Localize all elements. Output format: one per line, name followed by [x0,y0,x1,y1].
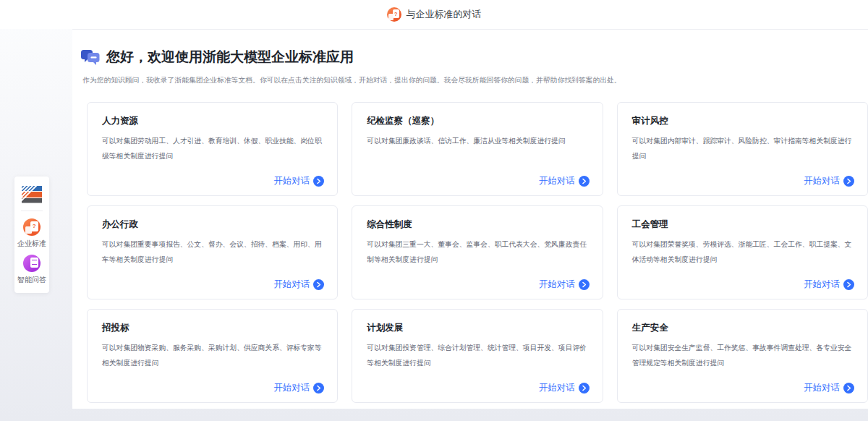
sidebar-item-enterprise-standard[interactable]: ? 企业标准 [17,218,46,249]
arrow-right-icon [579,279,590,290]
doc-front-shape: ? [393,9,399,17]
card-title: 招投标 [102,322,323,334]
smart-qa-icon [23,255,41,272]
arrow-right-icon [313,176,324,187]
card-description: 可以对集团内部审计、跟踪审计、风险防控、审计指南等相关制度进行提问 [632,133,853,163]
card-human-resources[interactable]: 人力资源 可以对集团劳动用工、人才引进、教育培训、休假、职业技能、岗位职级等相关… [87,102,338,196]
arrow-right-icon [313,279,324,290]
sidebar-divider [21,210,43,211]
card-title: 人力资源 [102,115,323,127]
arrow-right-icon [843,279,854,290]
arrow-right-icon [313,383,324,394]
arrow-right-icon [579,176,590,187]
start-chat-button[interactable]: 开始对话 [539,175,590,187]
arrow-right-icon [843,383,854,394]
card-title: 审计风控 [632,115,853,127]
start-chat-label: 开始对话 [539,175,575,187]
page-title: 与企业标准的对话 [407,8,482,21]
card-production-safety[interactable]: 生产安全 可以对集团安全生产监督、工作奖惩、事故事件调查处理、各专业安全管理规定… [617,309,868,403]
start-chat-button[interactable]: 开始对话 [804,278,854,291]
card-title: 办公行政 [102,218,323,231]
start-chat-label: 开始对话 [539,382,575,394]
start-chat-button[interactable]: 开始对话 [539,278,590,291]
start-chat-label: 开始对话 [273,175,310,187]
card-union-management[interactable]: 工会管理 可以对集团荣誉奖项、劳模评选、浙能工匠、工会工作、职工提案、文体活动等… [617,205,868,299]
card-description: 可以对集团三重一大、董事会、监事会、职工代表大会、党风廉政责任制等相关制度进行提… [367,237,587,267]
card-description: 可以对集团荣誉奖项、劳模评选、浙能工匠、工会工作、职工提案、文体活动等相关制度进… [632,237,853,267]
card-description: 可以对集团安全生产监督、工作奖惩、事故事件调查处理、各专业安全管理规定等相关制度… [632,340,853,370]
question-glyph: ? [33,224,36,229]
question-glyph: ? [394,12,397,17]
card-title: 计划发展 [367,322,587,334]
card-discipline-inspection[interactable]: 纪检监察（巡察） 可以对集团廉政谈话、信访工作、廉洁从业等相关制度进行提问 开始… [352,102,603,196]
welcome-subtitle: 作为您的知识顾问，我收录了浙能集团企业标准等文档。你可以在点击关注的知识领域，开… [82,76,854,85]
card-description: 可以对集团重要事项报告、公文、督办、会议、招待、档案、用印、用车等相关制度进行提… [102,237,323,267]
card-title: 工会管理 [632,218,853,231]
card-description: 可以对集团物资采购、服务采购、采购计划、供应商关系、评标专家等相关制度进行提问 [102,340,323,370]
doc-front-shape: ? [30,221,38,231]
main-panel: 您好，欢迎使用浙能大模型企业标准应用 作为您的知识顾问，我收录了浙能集团企业标准… [72,29,868,409]
sidebar-item-smart-qa[interactable]: 智能问答 [17,255,46,285]
zheneng-logo[interactable] [21,183,43,205]
welcome-section: 您好，欢迎使用浙能大模型企业标准应用 作为您的知识顾问，我收录了浙能集团企业标准… [72,30,868,85]
start-chat-label: 开始对话 [804,278,840,291]
start-chat-button[interactable]: 开始对话 [539,382,590,394]
welcome-title: 您好，欢迎使用浙能大模型企业标准应用 [106,48,354,66]
start-chat-button[interactable]: 开始对话 [273,382,324,394]
arrow-right-icon [579,383,590,394]
start-chat-button[interactable]: 开始对话 [273,278,324,291]
start-chat-label: 开始对话 [804,382,840,394]
card-title: 纪检监察（巡察） [367,115,587,127]
enterprise-standard-icon: ? [387,7,401,22]
card-description: 可以对集团投资管理、综合计划管理、统计管理、项目开发、项目评价等相关制度进行提问 [367,340,587,370]
doc-lines-glyph [32,260,37,265]
sidebar-item-label: 智能问答 [17,275,46,285]
doc-front-shape [30,258,38,268]
card-description: 可以对集团劳动用工、人才引进、教育培训、休假、职业技能、岗位职级等相关制度进行提… [102,133,323,163]
start-chat-button[interactable]: 开始对话 [804,382,854,394]
sidebar-item-label: 企业标准 [17,239,46,249]
category-grid: 人力资源 可以对集团劳动用工、人才引进、教育培训、休假、职业技能、岗位职级等相关… [87,102,868,403]
card-title: 生产安全 [632,322,853,334]
start-chat-label: 开始对话 [273,382,310,394]
top-header: ? 与企业标准的对话 [0,0,868,29]
start-chat-button[interactable]: 开始对话 [804,175,854,187]
card-bidding[interactable]: 招投标 可以对集团物资采购、服务采购、采购计划、供应商关系、评标专家等相关制度进… [87,309,338,403]
start-chat-label: 开始对话 [539,278,575,291]
card-comprehensive-system[interactable]: 综合性制度 可以对集团三重一大、董事会、监事会、职工代表大会、党风廉政责任制等相… [352,205,603,299]
card-title: 综合性制度 [367,218,587,231]
start-chat-label: 开始对话 [804,175,840,187]
sidebar: ? 企业标准 智能问答 [14,177,49,293]
start-chat-button[interactable]: 开始对话 [273,175,324,187]
card-audit-risk[interactable]: 审计风控 可以对集团内部审计、跟踪审计、风险防控、审计指南等相关制度进行提问 开… [617,102,868,196]
arrow-right-icon [843,176,854,187]
card-planning-development[interactable]: 计划发展 可以对集团投资管理、综合计划管理、统计管理、项目开发、项目评价等相关制… [352,309,603,403]
card-office-admin[interactable]: 办公行政 可以对集团重要事项报告、公文、督办、会议、招待、档案、用印、用车等相关… [87,205,338,299]
chat-bubbles-icon [81,49,100,65]
card-description: 可以对集团廉政谈话、信访工作、廉洁从业等相关制度进行提问 [367,133,587,148]
enterprise-standard-icon: ? [23,218,41,236]
start-chat-label: 开始对话 [273,278,310,291]
